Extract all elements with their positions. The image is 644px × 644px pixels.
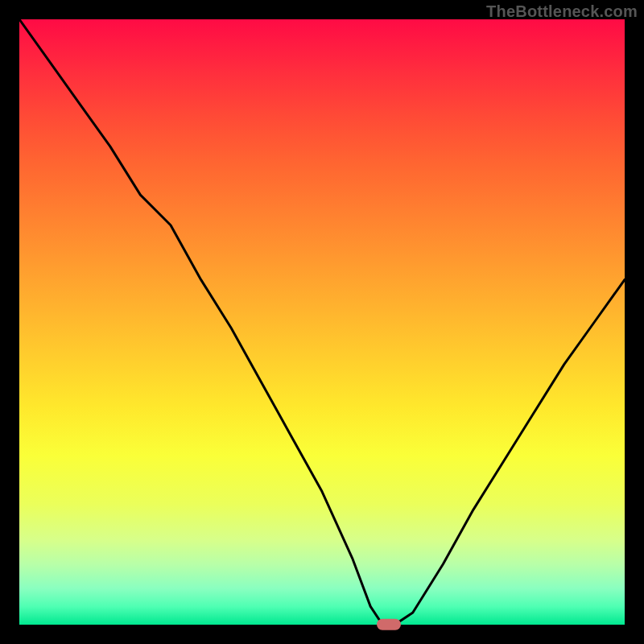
curve-svg xyxy=(19,19,625,625)
optimum-marker xyxy=(377,619,401,630)
plot-area xyxy=(19,19,625,625)
chart-frame: TheBottleneck.com xyxy=(0,0,644,644)
watermark-caption: TheBottleneck.com xyxy=(486,2,638,21)
bottleneck-curve-path xyxy=(19,19,625,625)
